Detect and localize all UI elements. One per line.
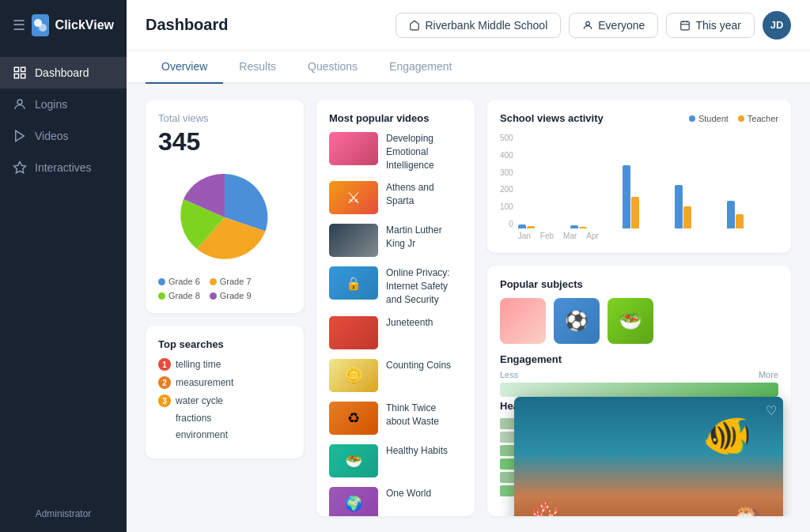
- sidebar-item-label: Dashboard: [35, 66, 89, 79]
- school-filter-button[interactable]: Riverbank Middle School: [396, 13, 561, 38]
- video-item-5[interactable]: Juneteenth: [329, 316, 462, 349]
- search-item-1: 1 telling time: [158, 358, 291, 371]
- sidebar: ☰ ClickView Dashboard Logins: [0, 0, 127, 532]
- video-title-4: Online Privacy: Internet Safety and Secu…: [386, 266, 462, 306]
- audience-filter-button[interactable]: Everyone: [569, 13, 658, 38]
- bar-teacher-feb: [579, 227, 587, 228]
- sidebar-item-videos[interactable]: Videos: [0, 120, 127, 152]
- user-avatar[interactable]: JD: [763, 11, 791, 40]
- top-searches-card: Top searches 1 telling time 2 measuremen…: [146, 326, 304, 458]
- svg-rect-9: [681, 21, 690, 29]
- video-thumb-7: ♻: [329, 402, 378, 435]
- engagement-label: Engagement: [500, 353, 778, 365]
- sidebar-item-interactives[interactable]: Interactives: [0, 152, 127, 183]
- y-axis-labels: 500 400 300 200 100 0: [500, 134, 513, 228]
- bar-teacher-may: [736, 214, 744, 228]
- popular-subjects-section: Popular subjects ⚽ 🥗: [500, 278, 653, 344]
- subject-thumb-3[interactable]: 🥗: [608, 298, 653, 344]
- pie-legend: Grade 6 Grade 7 Grade 8 Grade 9: [158, 277, 291, 300]
- video-title-5: Juneteenth: [386, 316, 433, 330]
- svg-rect-5: [21, 74, 25, 78]
- grade8-label: Grade 8: [168, 291, 200, 300]
- video-item-7[interactable]: ♻ Think Twice about Waste: [329, 402, 462, 435]
- pie-chart-svg: [173, 166, 276, 269]
- bar-teacher-mar: [631, 197, 639, 228]
- subjects-heatmap-card: Popular subjects ⚽ 🥗 Engagement: [487, 266, 791, 516]
- chart-bars-wrapper: Jan Feb Mar Apr: [518, 134, 778, 240]
- video-item-8[interactable]: 🥗 Healthy Habits: [329, 444, 462, 477]
- page-title: Dashboard: [146, 16, 228, 34]
- student-dot: [689, 115, 695, 122]
- video-overlay: 🐠 🪸 🐡 ♡ ▮▮ 0:00 0:20 �: [514, 397, 783, 516]
- video-title-6: Counting Coins: [386, 359, 451, 372]
- bar-student-apr: [675, 185, 683, 228]
- subject-thumb-2[interactable]: ⚽: [554, 298, 600, 344]
- tab-overview[interactable]: Overview: [146, 51, 223, 84]
- video-item-9[interactable]: 🌍 One World: [329, 487, 462, 516]
- bar-teacher-jan: [527, 226, 535, 228]
- left-column: Total views 345: [146, 100, 304, 516]
- header-controls: Riverbank Middle School Everyone This ye…: [396, 11, 791, 40]
- sidebar-footer: Administrator: [0, 496, 127, 532]
- video-item-4[interactable]: 🔒 Online Privacy: Internet Safety and Se…: [329, 266, 462, 306]
- svg-rect-4: [14, 74, 18, 78]
- chart-area: 500 400 300 200 100 0: [500, 134, 778, 240]
- subject-thumb-1[interactable]: [500, 298, 546, 344]
- engagement-bar: [500, 383, 778, 397]
- svg-marker-7: [16, 130, 25, 141]
- video-thumb-2: ⚔: [329, 181, 378, 214]
- video-title-2: Athens and Sparta: [386, 181, 462, 208]
- legend-grade6: Grade 6: [158, 277, 200, 286]
- grade6-dot: [158, 278, 165, 285]
- subjects-title: Popular subjects: [500, 278, 653, 290]
- legend-teacher: Teacher: [738, 114, 778, 123]
- engagement-section: Engagement Less More: [500, 353, 778, 397]
- popular-videos-card: Most popular videos Developing Emotional…: [316, 100, 475, 516]
- video-item-6[interactable]: 🪙 Counting Coins: [329, 359, 462, 392]
- grade6-label: Grade 6: [168, 277, 200, 286]
- search-item-3: 3 water cycle: [158, 394, 291, 407]
- tab-questions[interactable]: Questions: [292, 51, 373, 84]
- video-thumb-3: [329, 224, 378, 257]
- subjects-grid: ⚽ 🥗: [500, 298, 653, 344]
- tab-results[interactable]: Results: [223, 51, 292, 84]
- video-item-3[interactable]: Martin Luther King Jr: [329, 224, 462, 257]
- tab-engagement[interactable]: Engagement: [373, 51, 467, 84]
- grade9-label: Grade 9: [220, 291, 252, 300]
- teacher-dot: [738, 115, 744, 122]
- video-item-1[interactable]: Developing Emotional Intelligence: [329, 132, 462, 172]
- rank-badge-1: 1: [158, 358, 171, 371]
- video-thumb-4: 🔒: [329, 266, 378, 300]
- bar-group-mar: [623, 165, 674, 228]
- legend-grade8: Grade 8: [158, 291, 200, 300]
- sidebar-item-label: Interactives: [35, 161, 92, 174]
- total-views-value: 345: [158, 127, 291, 157]
- school-icon: [409, 20, 420, 31]
- search-item-5: environment: [158, 429, 291, 440]
- dashboard-icon: [13, 66, 27, 80]
- logo[interactable]: ☰ ClickView: [0, 0, 127, 51]
- grade7-dot: [210, 278, 217, 285]
- bar-group-apr: [675, 185, 726, 228]
- svg-point-8: [586, 21, 590, 25]
- videos-icon: [13, 129, 27, 143]
- sidebar-item-dashboard[interactable]: Dashboard: [0, 57, 127, 89]
- video-thumb-6: 🪙: [329, 359, 378, 392]
- hamburger-icon[interactable]: ☰: [13, 17, 25, 34]
- chart-bars: [518, 134, 778, 228]
- video-item-2[interactable]: ⚔ Athens and Sparta: [329, 181, 462, 214]
- rank-badge-2: 2: [158, 376, 171, 389]
- bar-group-jan: [518, 224, 570, 228]
- top-searches-title: Top searches: [158, 338, 291, 350]
- total-views-card: Total views 345: [146, 100, 304, 313]
- seahorse-icon: 🐡: [734, 503, 759, 516]
- period-filter-button[interactable]: This year: [666, 13, 755, 38]
- legend-grade7: Grade 7: [210, 277, 252, 286]
- right-column: School views activity Student Teacher: [487, 100, 791, 516]
- grade8-dot: [158, 292, 165, 300]
- bar-student-feb: [570, 225, 578, 228]
- video-title-3: Martin Luther King Jr: [386, 224, 462, 251]
- bar-teacher-apr: [683, 206, 691, 228]
- sidebar-item-logins[interactable]: Logins: [0, 89, 127, 120]
- favorite-icon[interactable]: ♡: [766, 403, 777, 418]
